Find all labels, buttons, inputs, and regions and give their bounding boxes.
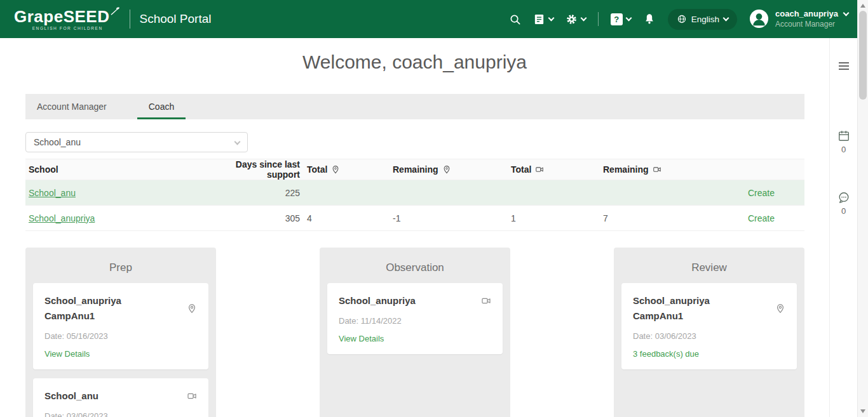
chevron-down-icon [723, 15, 729, 21]
school-link[interactable]: School_anu [29, 188, 76, 198]
help-menu-button[interactable]: ? [611, 13, 631, 25]
scrollbar-thumb[interactable] [859, 11, 867, 100]
main-content: Welcome, coach_anupriya Account Manager … [0, 38, 829, 417]
app-title: School Portal [139, 12, 211, 26]
col-school: School [25, 164, 207, 175]
app-header: GrapeSEED ENGLISH FOR CHILDREN School Po… [0, 0, 857, 38]
chevron-down-icon [580, 15, 587, 21]
help-icon: ? [611, 13, 623, 25]
location-icon [331, 165, 340, 174]
user-name: coach_anupriya [775, 9, 838, 20]
search-button[interactable] [509, 13, 521, 25]
total-remote-value: 1 [511, 213, 603, 223]
school-link[interactable]: School_anupriya [29, 213, 95, 223]
card-date: Date: 05/16/2023 [44, 331, 197, 341]
session-card: School_anu Date: 03/06/2023 [33, 378, 208, 417]
card-date: Date: 03/06/2023 [633, 331, 785, 341]
avatar-icon [749, 9, 769, 29]
create-link[interactable]: Create [748, 213, 775, 223]
chat-icon [837, 191, 850, 204]
brand-tagline: ENGLISH FOR CHILDREN [14, 26, 121, 30]
remaining-remote-value: 7 [603, 213, 714, 223]
calendar-icon [837, 129, 850, 142]
location-icon [187, 303, 197, 314]
header-separator [598, 12, 599, 26]
page-scrollbar[interactable] [857, 0, 868, 417]
scroll-up-arrow[interactable] [860, 4, 865, 8]
brand-name: GrapeSEED [14, 8, 109, 25]
bell-icon [643, 13, 656, 25]
video-icon [187, 391, 197, 401]
panel-title: Observation [327, 248, 503, 274]
table-row: School_anupriya 305 4 -1 1 7 Create [25, 206, 804, 231]
chevron-down-icon [548, 15, 554, 21]
session-card: School_anupriya Date: 11/14/2022 View De… [327, 283, 503, 354]
panel-prep: Prep School_anupriya CampAnu1 Date: 05/1… [25, 248, 216, 417]
panel-title: Review [621, 248, 797, 274]
card-school-name: School_anu [44, 388, 98, 404]
table-header-row: School Days since last support Total Rem… [25, 159, 804, 180]
card-date: Date: 03/06/2023 [44, 411, 197, 417]
session-card: School_anupriya CampAnu1 Date: 05/16/202… [33, 283, 208, 369]
chevron-down-icon [843, 10, 850, 16]
header-divider [130, 10, 130, 29]
chevron-down-icon [625, 15, 632, 21]
video-icon [481, 296, 491, 306]
chevron-down-icon [234, 138, 241, 145]
table-row: School_anu 225 Create [25, 180, 804, 206]
view-details-link[interactable]: View Details [44, 349, 90, 359]
header-actions: ? English [509, 9, 857, 30]
hamburger-icon [837, 60, 850, 72]
reports-menu-button[interactable] [533, 13, 553, 25]
col-remaining-remote: Remaining [603, 164, 714, 175]
page-title: Welcome, coach_anupriya [0, 48, 829, 76]
right-sidebar: 0 0 [829, 38, 857, 417]
col-days-since-last-support: Days since last support [207, 159, 300, 180]
location-icon [442, 165, 451, 174]
gear-icon [566, 13, 578, 25]
panel-title: Prep [33, 248, 208, 274]
card-school-name: School_anupriya [339, 293, 416, 308]
role-tabs: Account Manager Coach [25, 94, 804, 119]
video-icon [653, 165, 661, 174]
globe-icon [677, 14, 687, 24]
create-link[interactable]: Create [748, 188, 775, 198]
notifications-button[interactable] [643, 13, 656, 25]
school-filter-select[interactable]: School_anu [25, 132, 248, 152]
language-selector[interactable]: English [668, 9, 737, 30]
tab-account-manager[interactable]: Account Manager [25, 94, 118, 119]
days-value: 305 [207, 213, 300, 223]
feedback-due-link[interactable]: 3 feedback(s) due [633, 349, 699, 359]
user-role: Account Manager [775, 20, 848, 30]
messages-count: 0 [841, 206, 846, 216]
search-icon [509, 13, 521, 25]
messages-button[interactable] [837, 191, 850, 204]
remaining-onsite-value: -1 [393, 213, 511, 223]
view-details-link[interactable]: View Details [339, 334, 384, 343]
user-menu[interactable]: coach_anupriya Account Manager [749, 9, 848, 29]
panel-review: Review School_anupriya CampAnu1 Date: 03… [614, 248, 804, 417]
panel-observation: Observation School_anupriya Date: 11/14/… [320, 248, 510, 417]
card-date: Date: 11/14/2022 [339, 316, 491, 326]
card-school-name: School_anupriya CampAnu1 [633, 293, 760, 324]
sidebar-menu-button[interactable] [837, 60, 850, 72]
days-value: 225 [207, 188, 300, 198]
support-table: School Days since last support Total Rem… [25, 159, 804, 231]
video-icon [535, 165, 544, 174]
location-icon [775, 303, 785, 314]
calendar-button[interactable] [837, 129, 850, 142]
card-school-name: School_anupriya CampAnu1 [44, 293, 172, 324]
grapeseed-logo[interactable]: GrapeSEED ENGLISH FOR CHILDREN [14, 8, 121, 30]
scroll-down-arrow[interactable] [860, 409, 865, 413]
tab-coach[interactable]: Coach [137, 94, 186, 119]
journal-icon [533, 13, 545, 25]
sprout-icon [110, 6, 121, 16]
workflow-panels: Prep School_anupriya CampAnu1 Date: 05/1… [25, 248, 804, 417]
session-card: School_anupriya CampAnu1 Date: 03/06/202… [621, 283, 797, 369]
col-remaining-onsite: Remaining [393, 164, 511, 175]
calendar-count: 0 [841, 145, 846, 154]
settings-menu-button[interactable] [566, 13, 586, 25]
language-label: English [691, 15, 719, 24]
school-filter-value: School_anu [34, 137, 81, 147]
total-onsite-value: 4 [300, 213, 393, 223]
